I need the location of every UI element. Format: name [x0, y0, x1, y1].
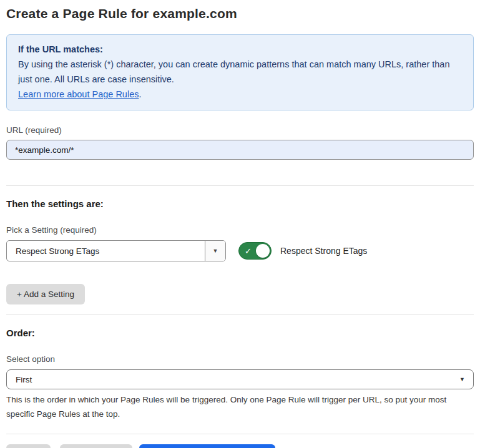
footer-actions: Cancel Save as Draft Save and Deploy Pag… — [6, 444, 474, 448]
divider-settings-order — [6, 314, 474, 315]
order-select-label: Select option — [6, 354, 474, 365]
setting-select-value: Respect Strong ETags — [7, 246, 205, 256]
learn-more-link[interactable]: Learn more about Page Rules — [18, 89, 139, 99]
divider-order-footer — [6, 434, 474, 434]
etags-toggle[interactable]: ✓ — [238, 242, 272, 260]
info-box-body: By using the asterisk (*) character, you… — [18, 57, 462, 87]
setting-row: Respect Strong ETags ▼ ✓ Respect Strong … — [6, 240, 474, 261]
info-box-link-line: Learn more about Page Rules. — [18, 87, 462, 102]
add-setting-button[interactable]: + Add a Setting — [6, 284, 85, 304]
cancel-button[interactable]: Cancel — [6, 444, 51, 448]
save-as-draft-button[interactable]: Save as Draft — [60, 444, 132, 448]
order-section-heading: Order: — [6, 327, 474, 339]
link-suffix: . — [139, 89, 141, 99]
setting-select[interactable]: Respect Strong ETags ▼ — [6, 240, 226, 261]
order-help-text: This is the order in which your Page Rul… — [6, 392, 474, 421]
pick-setting-label: Pick a Setting (required) — [6, 225, 474, 236]
divider-url-settings — [6, 185, 474, 186]
url-matches-info-box: If the URL matches: By using the asteris… — [6, 34, 474, 110]
chevron-down-icon: ▼ — [459, 376, 473, 382]
info-box-heading: If the URL matches: — [18, 42, 462, 57]
save-and-deploy-button[interactable]: Save and Deploy Page Rule — [139, 444, 275, 448]
page-title: Create a Page Rule for example.com — [6, 5, 474, 22]
toggle-knob — [256, 244, 270, 258]
chevron-down-icon[interactable]: ▼ — [205, 241, 225, 261]
url-input[interactable] — [6, 140, 474, 160]
settings-section-heading: Then the settings are: — [6, 198, 474, 210]
order-select[interactable]: First ▼ — [6, 369, 474, 389]
page-rule-form: Create a Page Rule for example.com If th… — [0, 5, 480, 448]
check-icon: ✓ — [245, 246, 252, 256]
toggle-label: Respect Strong ETags — [280, 246, 367, 256]
order-select-value: First — [7, 375, 459, 384]
url-field-label: URL (required) — [6, 125, 474, 136]
